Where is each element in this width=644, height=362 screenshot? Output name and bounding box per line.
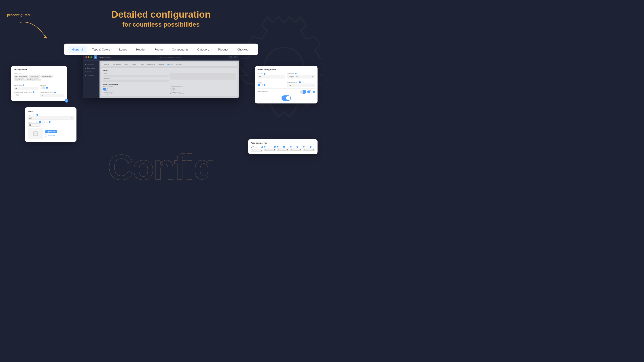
font-weight-info: i bbox=[295, 73, 296, 74]
sidebar-item-dashboard[interactable]: Dashboard bbox=[83, 62, 99, 66]
ppr-sm-info: i bbox=[274, 146, 276, 148]
chip-sm[interactable]: Small devices bbox=[29, 75, 40, 78]
help-button[interactable]: ? bbox=[65, 99, 68, 103]
large-blue-toggle[interactable] bbox=[282, 95, 291, 101]
tooltips-placement-label: Tooltips placement i bbox=[287, 81, 315, 83]
ppr-md-info: i bbox=[283, 146, 285, 148]
ppr-lg-select[interactable]: 3▾ bbox=[290, 148, 302, 151]
diff-header-info: i bbox=[33, 91, 34, 93]
admin-logo: G bbox=[94, 55, 97, 59]
minimize-badges-toggle[interactable] bbox=[307, 90, 312, 93]
sidebar-item-orders[interactable]: Orders bbox=[83, 70, 99, 74]
diff-header-toggle[interactable] bbox=[14, 94, 19, 96]
tab-category[interactable]: Category bbox=[193, 46, 213, 53]
logo-size-label: Logo size i bbox=[42, 121, 50, 123]
tooltips-placement-select[interactable]: Left ▾ bbox=[287, 84, 315, 87]
card-basic-config: Basic configuration Font size i 14 Font … bbox=[255, 66, 318, 103]
basic-config-title: Basic configuration bbox=[258, 69, 315, 71]
inner-tab-footer[interactable]: Footer bbox=[138, 62, 145, 66]
chip-xl[interactable]: Extra large devices bbox=[26, 78, 40, 81]
upload-file-button[interactable]: Upload file bbox=[45, 134, 57, 137]
manual-offset-input[interactable]: px bbox=[14, 87, 38, 90]
logo-size-mobile-info: i bbox=[39, 121, 41, 123]
logo-position-select[interactable]: Left ▾ bbox=[28, 116, 74, 120]
logo-position-label: Logo position i bbox=[28, 114, 74, 116]
logo-size-info: i bbox=[49, 121, 50, 123]
viewports-label: Viewports bbox=[14, 73, 64, 74]
tab-logos[interactable]: Logos bbox=[115, 46, 131, 53]
ppr-lg-info: i bbox=[296, 146, 298, 148]
inner-tab-typo[interactable]: Typo & Colors bbox=[111, 62, 122, 66]
minimize-badges-toggle-partial[interactable] bbox=[300, 90, 306, 94]
tab-header[interactable]: Header bbox=[132, 46, 150, 53]
tab-components[interactable]: Components bbox=[168, 46, 192, 53]
tab-checkout[interactable]: Checkout bbox=[233, 46, 253, 53]
inner-tab-header[interactable]: Header bbox=[130, 62, 138, 66]
tab-product[interactable]: Product bbox=[214, 46, 232, 53]
sidebar-item-catalogues[interactable]: Catalogues bbox=[83, 66, 99, 70]
auto-hide-toggle[interactable] bbox=[40, 86, 45, 89]
sidebar-item-customers[interactable]: Customers bbox=[83, 74, 99, 77]
header-height-info: i bbox=[54, 92, 56, 93]
inner-tab-product[interactable]: Product bbox=[166, 62, 174, 66]
admin-search[interactable]: Find products, customers, orders... bbox=[112, 56, 228, 58]
help-icon bbox=[234, 56, 236, 58]
products-per-row-grid: XS smartphones i 1▾ Smartphones i 2▾ Tab… bbox=[251, 146, 315, 151]
logo-position-info: i bbox=[36, 114, 38, 116]
admin-panel: G Administration Find products, customer… bbox=[83, 54, 239, 98]
inner-tab-checkout[interactable]: Checkout bbox=[175, 62, 183, 66]
ppr-sm-select[interactable]: 2▾ bbox=[264, 148, 276, 151]
main-tab-bar: General Typo & Colors Logos Header Foote… bbox=[64, 43, 258, 55]
logo-size-mobile-input[interactable]: 75 bbox=[28, 123, 41, 127]
arrow-decoration bbox=[16, 18, 52, 45]
card-logo: Logo Logo position i Left ▾ Logo size · … bbox=[25, 107, 76, 142]
card-products-per-row: Products per row XS smartphones i 1▾ Sma… bbox=[248, 139, 318, 154]
font-weight-label: Font weight i bbox=[287, 73, 315, 74]
ppr-md-select[interactable]: 2▾ bbox=[277, 148, 289, 151]
dot-red bbox=[86, 56, 87, 58]
font-size-input[interactable]: 14 bbox=[258, 75, 285, 78]
diff-header-label: Different header height · sticky i bbox=[14, 91, 38, 93]
open-media-button[interactable]: Open media bbox=[45, 130, 57, 133]
tooltips-toggle[interactable] bbox=[258, 84, 262, 86]
ppr-col-sm: Smartphones i 2▾ bbox=[264, 146, 276, 151]
ppr-xl-info: i bbox=[310, 146, 312, 148]
varied-char-toggle[interactable] bbox=[170, 88, 175, 90]
chips-arrow: › bbox=[40, 79, 41, 81]
ppr-xs-select[interactable]: 1▾ bbox=[251, 149, 263, 151]
chip-xs[interactable]: Extra small devices bbox=[14, 75, 28, 78]
header-height-input[interactable]: 100 bbox=[40, 94, 64, 97]
ppr-col-md: Tablets i 2▾ bbox=[277, 146, 289, 151]
tooltips-label: Tooltips bbox=[258, 82, 285, 83]
tab-typo-colors[interactable]: Typo & Colors bbox=[88, 46, 114, 53]
preconfigured-label: preconfigured bbox=[7, 13, 30, 17]
ppr-col-xl: Desktop i 4▾ bbox=[303, 146, 315, 151]
svg-marker-1 bbox=[44, 35, 47, 38]
tooltips-placement-info: i bbox=[299, 81, 301, 83]
card-sticky-header: Sticky header Viewports Extra small devi… bbox=[11, 66, 67, 101]
dot-yellow bbox=[88, 56, 90, 58]
inner-tab-logos[interactable]: Logos bbox=[123, 62, 130, 66]
auto-hide-label: Auto Hide bbox=[40, 85, 64, 86]
font-weight-select[interactable]: Regular · 400 ▾ bbox=[287, 75, 315, 78]
config-watermark: Config bbox=[108, 147, 214, 181]
chip-lg[interactable]: Large devices bbox=[14, 78, 25, 81]
header-height-label: Header Height · sticky i bbox=[40, 92, 64, 93]
inner-tab-components[interactable]: Components bbox=[146, 62, 156, 66]
minimize-badges-info: i bbox=[313, 91, 315, 93]
inner-tab-category[interactable]: Category bbox=[157, 62, 165, 66]
products-per-row-title: Products per row bbox=[251, 142, 315, 144]
tab-general[interactable]: General bbox=[68, 46, 87, 53]
font-size-info: i bbox=[264, 73, 266, 75]
ppr-xl-select[interactable]: 4▾ bbox=[303, 148, 315, 151]
logo-preview bbox=[28, 128, 44, 139]
tab-footer[interactable]: Footer bbox=[150, 46, 167, 53]
logo-size-mobile-label: Logo size · mobile i bbox=[28, 121, 41, 123]
logo-title: Logo bbox=[28, 110, 74, 112]
chip-md[interactable]: Medium devices bbox=[40, 75, 53, 78]
ppr-col-lg: Laptops i 3▾ bbox=[290, 146, 302, 151]
short-desc-toggle[interactable] bbox=[103, 88, 108, 90]
inner-tab-general[interactable]: General bbox=[103, 62, 110, 66]
manual-offset-label: Manual offset i bbox=[14, 84, 38, 86]
font-size-label: Font size i bbox=[258, 73, 285, 75]
